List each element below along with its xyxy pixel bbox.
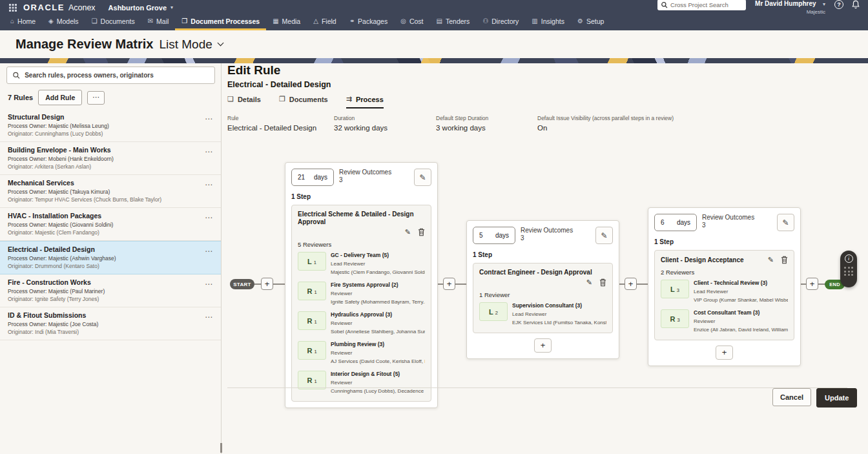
reviewer-row[interactable]: R1 Plumbing Review (3) Reviewer AJ Servi…	[298, 341, 425, 365]
rule-more-icon[interactable]: ⋯	[205, 247, 213, 256]
rules-sidebar: 7 Rules Add Rule ⋯ Structural Design Pro…	[0, 63, 222, 454]
nav-directory[interactable]: ⚇Directory	[476, 14, 525, 30]
summary-value: Electrical - Detailed Design	[227, 124, 334, 132]
summary-value: On	[537, 124, 674, 132]
project-caret-icon[interactable]: ▾	[170, 5, 173, 10]
user-menu[interactable]: Mr David Humphrey ▾ Majestic	[755, 0, 825, 15]
review-duration-input[interactable]: 21 days	[291, 169, 334, 186]
update-button[interactable]: Update	[816, 388, 857, 408]
nav-models[interactable]: ◈Models	[42, 14, 85, 30]
process-flow-icon: ⇉	[346, 95, 352, 103]
review-duration-input[interactable]: 5 days	[473, 227, 515, 244]
insert-review-button-4[interactable]: +	[806, 278, 818, 290]
lead-reviewer-badge: L3	[661, 280, 689, 298]
reviewer-role: Lead Reviewer	[694, 288, 788, 295]
insert-review-button-1[interactable]: +	[261, 278, 273, 290]
rules-more-button[interactable]: ⋯	[87, 91, 105, 105]
edit-step-icon[interactable]: ✎	[768, 256, 774, 264]
mail-icon: ✉	[148, 17, 153, 25]
nav-setup[interactable]: ⚙Setup	[571, 14, 610, 30]
nav-insights[interactable]: ▥Insights	[525, 14, 571, 30]
nav-field[interactable]: △Field	[307, 14, 342, 30]
delete-step-icon[interactable]	[418, 228, 425, 236]
steps-count-label: 1 Step	[291, 193, 431, 200]
rule-more-icon[interactable]: ⋯	[205, 213, 213, 222]
rule-more-icon[interactable]: ⋯	[205, 313, 213, 322]
app-launcher-icon[interactable]	[9, 4, 17, 12]
info-icon[interactable]: i	[845, 254, 853, 263]
nav-mail[interactable]: ✉Mail	[141, 14, 176, 30]
reviewer-row[interactable]: L1 GC - Delivery Team (5) Lead Reviewer …	[298, 252, 425, 276]
notifications-bell-icon[interactable]	[851, 0, 860, 12]
rule-owner: Process Owner: Majestic (Joe Costa)	[8, 321, 199, 327]
rules-search[interactable]	[6, 67, 215, 84]
rule-originator: Originator: Drummond (Kentaro Sato)	[8, 263, 199, 269]
rule-summary: Rule Electrical - Detailed Design Durati…	[227, 115, 868, 132]
edit-review-button[interactable]: ✎	[414, 169, 431, 186]
reviewer-row[interactable]: R1 Hydraulics Approval (3) Reviewer Sobe…	[298, 311, 425, 335]
summary-duration: Duration 32 working days	[334, 115, 436, 132]
reviewer-row[interactable]: L2 Supervision Consultant (3) Lead Revie…	[479, 302, 606, 326]
rule-more-icon[interactable]: ⋯	[205, 180, 213, 189]
cross-project-search-input[interactable]	[670, 1, 743, 8]
edit-step-icon[interactable]: ✎	[405, 228, 411, 236]
nav-packages[interactable]: ⚭Packages	[343, 14, 395, 30]
edit-review-button[interactable]: ✎	[595, 227, 613, 244]
delete-step-icon[interactable]	[781, 256, 788, 264]
reviewer-badge: R1	[298, 282, 326, 300]
edit-review-button[interactable]: ✎	[777, 214, 794, 231]
rule-item-electrical-detailed-design[interactable]: Electrical - Detailed Design Process Own…	[0, 241, 221, 274]
add-step-button[interactable]: +	[534, 338, 552, 353]
reviewer-row[interactable]: R1 Interior Design & Fitout (5) Reviewer…	[298, 371, 425, 395]
badge-letter: L	[307, 258, 312, 265]
reviewer-name: Supervision Consultant (3)	[512, 302, 606, 309]
cancel-button[interactable]: Cancel	[772, 388, 811, 406]
rule-owner: Process Owner: Majestic (Ashwin Varghase…	[8, 255, 199, 262]
add-step-button[interactable]: +	[716, 346, 733, 360]
reviewer-badge: R1	[298, 371, 326, 389]
rule-more-icon[interactable]: ⋯	[205, 280, 213, 289]
chevron-down-icon[interactable]	[217, 40, 223, 46]
cross-project-search[interactable]	[657, 0, 746, 10]
nav-cost[interactable]: ◎Cost	[394, 14, 429, 30]
rule-more-icon[interactable]: ⋯	[205, 114, 213, 123]
rule-more-icon[interactable]: ⋯	[205, 147, 213, 156]
outcomes-label: Review Outcomes	[521, 227, 573, 234]
nav-media[interactable]: ▦Media	[266, 14, 307, 30]
review-card-3: 6 days Review Outcomes 3 ✎ 1 Step Client…	[648, 207, 801, 366]
tab-process[interactable]: ⇉Process	[346, 95, 384, 108]
assistant-widget[interactable]: i	[840, 251, 857, 287]
rule-item-structural-design[interactable]: Structural Design Process Owner: Majesti…	[0, 109, 221, 142]
tab-documents[interactable]: ❐Documents	[279, 95, 328, 108]
review-outcomes: Review Outcomes 3	[702, 214, 754, 229]
help-icon[interactable]: ?	[834, 0, 843, 9]
delete-step-icon[interactable]	[599, 278, 606, 287]
reviewer-row[interactable]: R1 Fire Systems Approval (2) Reviewer Ig…	[298, 282, 425, 305]
summary-issue-visibility: Default Issue Visibility (across paralle…	[537, 115, 674, 132]
project-selector[interactable]: Ashburton Grove	[108, 4, 167, 12]
nav-home[interactable]: ⌂Home	[4, 14, 42, 30]
setup-gear-icon: ⚙	[577, 17, 583, 25]
nav-document-processes[interactable]: ❐Document Processes	[175, 14, 266, 30]
rule-item-mechanical-services[interactable]: Mechanical Services Process Owner: Majes…	[0, 175, 221, 208]
reviewer-row[interactable]: L3 Client - Technical Review (3) Lead Re…	[661, 280, 788, 304]
add-rule-button[interactable]: Add Rule	[38, 90, 82, 105]
nav-documents[interactable]: ❏Documents	[85, 14, 141, 30]
review-duration-input[interactable]: 6 days	[654, 214, 697, 231]
rule-item-hvac-installation[interactable]: HVAC - Installation Packages Process Own…	[0, 208, 221, 241]
rules-search-input[interactable]	[25, 72, 209, 79]
review-outcomes: Review Outcomes 3	[339, 169, 391, 184]
view-mode-selector[interactable]: List Mode	[159, 37, 212, 52]
edit-step-icon[interactable]: ✎	[586, 278, 592, 287]
reviewer-orgs: EJK Services Ltd (Fumitso Tanaka, Konsta…	[512, 319, 606, 326]
rule-item-fire-construction[interactable]: Fire - Construction Works Process Owner:…	[0, 274, 221, 307]
insert-review-button-2[interactable]: +	[443, 278, 455, 290]
rule-item-building-envelope[interactable]: Building Envelope - Main Works Process O…	[0, 142, 221, 175]
rule-title: Electrical - Detailed Design	[8, 245, 199, 254]
rule-item-id-fitout[interactable]: ID & Fitout Submissions Process Owner: M…	[0, 307, 221, 340]
nav-tenders[interactable]: ▤Tenders	[430, 14, 477, 30]
reviewer-row[interactable]: R3 Cost Consultant Team (3) Reviewer Enz…	[661, 309, 788, 333]
tab-details[interactable]: ❏Details	[227, 95, 261, 108]
insert-review-button-3[interactable]: +	[625, 278, 637, 290]
widget-grid-icon	[844, 267, 853, 276]
